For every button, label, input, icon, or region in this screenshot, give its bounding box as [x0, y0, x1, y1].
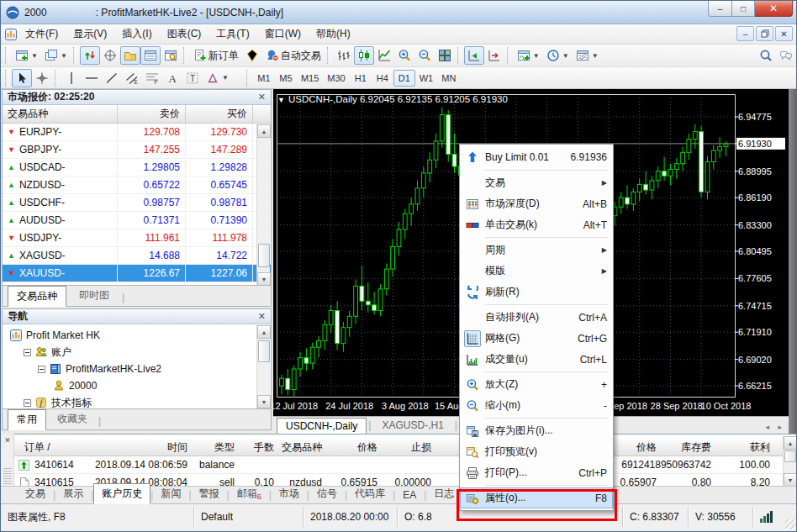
market-watch-row[interactable]: ▼EURJPY-129.708129.730 [3, 124, 271, 141]
trendline-tool[interactable] [102, 69, 122, 87]
terminal-tab-6[interactable]: 市场 [272, 484, 307, 503]
market-watch-row[interactable]: ▼USDJPY-111.961111.978 [3, 229, 271, 247]
context-menu-item-print-preview[interactable]: 打印预览(v) [460, 441, 613, 462]
minimize-button[interactable]: – [708, 1, 732, 17]
market-watch-tab-1[interactable]: 即时图 [70, 285, 119, 306]
context-menu-item-properties[interactable]: 属性(o)...F8 [460, 487, 613, 508]
metaeditor-button[interactable] [242, 46, 262, 65]
vline-tool[interactable] [61, 69, 82, 87]
menu-item-2[interactable]: 插入(I) [114, 24, 159, 44]
hline-tool[interactable] [82, 69, 102, 87]
navigator-item[interactable]: 20000 [3, 377, 271, 394]
menu-item-0[interactable]: 文件(F) [18, 24, 66, 44]
market-watch-row[interactable]: ▼XAUUSD-1226.671227.06 [3, 265, 271, 282]
chart-tab-1[interactable]: XAGUSD-,H1 [372, 417, 452, 434]
close-button[interactable]: ✕ [755, 1, 793, 17]
column-header-1[interactable]: 卖价 [118, 105, 186, 123]
line-mode-button[interactable] [374, 46, 394, 65]
chat-button[interactable] [776, 46, 796, 65]
new-chart-button[interactable]: ▼ [12, 46, 41, 65]
context-menu-item-print[interactable]: 打印(P)...Ctrl+P [460, 462, 613, 483]
zoom-out-button[interactable] [414, 46, 435, 65]
scroll-up-icon[interactable]: ▲ [257, 124, 271, 138]
context-menu-item-save-as-picture[interactable]: 保存为图片(i)... [460, 420, 613, 441]
menu-item-4[interactable]: 工具(T) [208, 24, 256, 44]
menu-item-6[interactable]: 帮助(H) [309, 24, 358, 44]
mdi-minimize-button[interactable]: – [736, 26, 754, 41]
scroll-thumb[interactable] [258, 244, 270, 267]
timeframe-m5[interactable]: M5 [275, 70, 297, 87]
tree-collapse-icon[interactable] [24, 399, 31, 407]
terminal-row[interactable]: 34106142018.09.14 08:06:59balance6912418… [14, 456, 783, 474]
terminal-tab-3[interactable]: 新闻 [153, 484, 188, 503]
timeframe-m1[interactable]: M1 [253, 70, 275, 87]
profiles-button[interactable]: ▼ [41, 46, 71, 65]
terminal-column-9[interactable]: 库存费 [681, 439, 711, 456]
tree-collapse-icon[interactable] [38, 366, 45, 373]
navigator-close-icon[interactable]: ✕ [258, 311, 266, 322]
context-menu-item-buy-limit[interactable]: Buy Limit 0.016.91936 [460, 146, 613, 168]
tree-collapse-icon[interactable] [24, 349, 31, 356]
chart-tab-0[interactable]: USDCNH-,Daily [277, 418, 367, 435]
channel-tool[interactable]: E [122, 69, 142, 87]
terminal-column-2[interactable]: 类型 [214, 439, 235, 456]
timeframe-h4[interactable]: H4 [372, 70, 393, 87]
autotrading-button[interactable]: 自动交易 [262, 46, 325, 65]
terminal-tab-2[interactable]: 账户历史 [93, 483, 150, 504]
scroll-down-icon[interactable]: ▼ [257, 395, 271, 408]
fibo-tool[interactable]: F [142, 69, 162, 87]
navigator-scrollbar[interactable]: ▲▼ [256, 325, 270, 408]
market-watch-row[interactable]: ▲USDCAD-1.298051.29828 [3, 159, 271, 176]
terminal-column-4[interactable]: 交易品种 [282, 439, 322, 456]
terminal-column-10[interactable]: 获利 [750, 439, 770, 456]
maximize-button[interactable]: □ [732, 1, 755, 17]
new-order-button[interactable]: 新订单 [190, 46, 242, 65]
navigator-item[interactable]: ProfitMarketHK-Live2 [3, 361, 271, 377]
terminal-column-5[interactable]: 价格 [357, 439, 377, 456]
terminal-scrollbar[interactable]: ▲▼ [783, 436, 796, 486]
timeframe-w1[interactable]: W1 [415, 70, 438, 87]
candles-mode-button[interactable] [354, 46, 374, 65]
menu-item-1[interactable]: 显示(V) [66, 24, 114, 44]
context-menu-item-depth-of-market[interactable]: 市场深度(D)Alt+B [460, 193, 613, 214]
context-menu-item-one-click-trading[interactable]: 单击交易(k)Alt+T [460, 214, 613, 235]
indicators-button[interactable]: ▼ [514, 46, 543, 65]
mdi-restore-button[interactable] [756, 26, 773, 41]
scroll-up-icon[interactable]: ▲ [784, 436, 797, 450]
market-watch-close-icon[interactable]: ✕ [258, 92, 266, 103]
market-watch-scrollbar[interactable]: ▲▼ [256, 124, 270, 286]
terminal-column-6[interactable]: 止损 [411, 439, 431, 456]
chart-tab-scroll-arrows[interactable]: ◂ ▸ [765, 423, 785, 434]
periods-button[interactable]: ▼ [543, 46, 573, 65]
terminal-close-icon[interactable]: ✕ [3, 435, 13, 445]
market-watch-row[interactable]: ▲AUDUSD-0.713710.71390 [3, 212, 271, 229]
market-watch-tab-0[interactable]: 交易品种 [8, 286, 66, 307]
timeframe-m15[interactable]: M15 [297, 70, 323, 87]
navigator-tab-0[interactable]: 常用 [8, 409, 46, 430]
data-window-button[interactable] [100, 46, 120, 65]
scroll-thumb[interactable] [784, 450, 796, 462]
cursor-tool[interactable] [12, 69, 32, 87]
navigator-tab-1[interactable]: 收藏夹 [48, 408, 97, 429]
scroll-down-icon[interactable]: ▼ [257, 272, 271, 286]
market-watch-row[interactable]: ▲NZDUSD-0.657220.65745 [3, 176, 271, 194]
autoscroll-button[interactable] [464, 46, 484, 65]
terminal-tab-4[interactable]: 警报 [192, 484, 227, 503]
crosshair-tool[interactable] [32, 69, 52, 87]
navigator-item[interactable]: Profit Market HK [3, 327, 271, 344]
shapes-tool[interactable]: ▼ [203, 69, 232, 87]
market-watch-row[interactable]: ▲XAGUSD-14.68814.722 [3, 247, 271, 265]
context-menu-item-auto-arrange[interactable]: 自动排列(A)Ctrl+A [460, 307, 613, 328]
terminal-tab-10[interactable]: 日志 [426, 484, 462, 503]
column-header-2[interactable]: 买价 [186, 105, 253, 123]
terminal-column-0[interactable]: 订单 / [24, 439, 50, 456]
terminal-tab-0[interactable]: 交易 [18, 484, 53, 503]
zoom-in-button[interactable] [394, 46, 414, 65]
terminal-tab-8[interactable]: 代码库 [347, 484, 393, 503]
context-menu-item-trade[interactable]: 交易▶ [460, 172, 613, 193]
context-menu-item-zoom-out[interactable]: 缩小(m)- [460, 395, 613, 416]
terminal-column-3[interactable]: 手数 [254, 439, 274, 456]
terminal-tab-5[interactable]: 邮箱6 [230, 484, 269, 503]
terminal-tab-1[interactable]: 展示 [55, 484, 91, 503]
templates-button[interactable]: ▼ [573, 46, 602, 65]
